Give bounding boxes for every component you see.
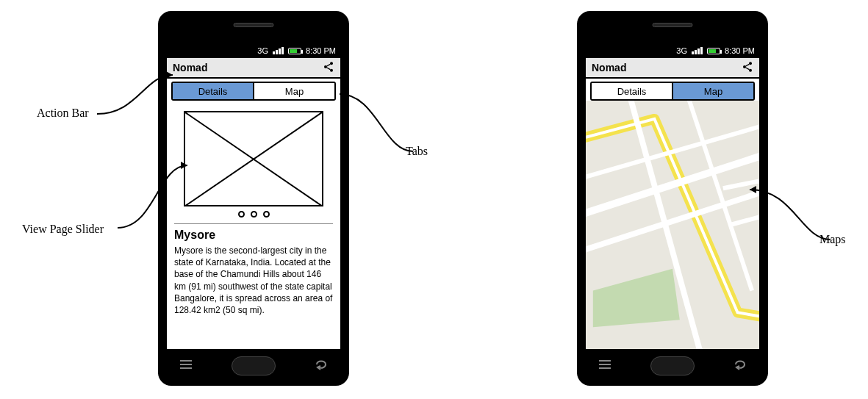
detail-title: Mysore [174,229,333,242]
tab-map[interactable]: Map [672,83,753,99]
map-view[interactable] [586,101,759,349]
phone-screen: 3G 8:30 PM Nomad Details Map [586,43,759,349]
share-icon[interactable] [742,61,753,75]
menu-icon[interactable] [598,359,612,373]
tab-details[interactable]: Details [173,83,253,99]
back-icon[interactable] [314,358,329,374]
phone-mockup-map: 3G 8:30 PM Nomad Details Map [577,11,768,386]
detail-body: Mysore is the second-largest city in the… [174,245,333,316]
menu-icon[interactable] [179,359,193,373]
svg-point-2 [330,68,333,71]
divider [174,223,333,224]
svg-line-14 [746,68,750,70]
page-dot[interactable] [263,211,270,218]
battery-icon [288,48,301,54]
signal-icon [692,47,703,54]
svg-point-1 [324,65,327,68]
home-button[interactable] [650,356,695,375]
annotation-maps: Maps [819,233,846,246]
home-button[interactable] [232,356,276,375]
svg-point-12 [749,68,752,71]
image-placeholder[interactable] [184,111,323,206]
phone-nav-bar [159,353,348,378]
svg-point-0 [330,62,333,65]
phone-speaker [234,23,274,27]
annotation-action-bar: Action Bar [37,107,89,120]
clock: 8:30 PM [725,46,755,55]
page-dot[interactable] [251,211,257,218]
network-indicator: 3G [676,46,687,55]
page-indicator[interactable] [174,211,333,218]
phone-mockup-details: 3G 8:30 PM Nomad Details Map [158,11,349,386]
status-bar: 3G 8:30 PM [167,43,340,58]
phone-screen: 3G 8:30 PM Nomad Details Map [167,43,340,349]
tab-details[interactable]: Details [592,83,672,99]
share-icon[interactable] [323,61,334,75]
svg-point-10 [749,62,752,65]
svg-point-11 [743,65,746,68]
clock: 8:30 PM [306,46,336,55]
action-bar: Nomad [586,58,759,79]
phone-nav-bar [578,353,767,378]
tabs: Details Map [590,82,755,101]
tab-map[interactable]: Map [253,83,334,99]
battery-icon [707,48,720,54]
svg-line-13 [746,64,750,66]
action-bar: Nomad [167,58,340,79]
annotation-tabs: Tabs [406,145,428,158]
tabs: Details Map [171,82,336,101]
annotation-view-page-slider: View Page Slider [22,223,104,236]
network-indicator: 3G [257,46,268,55]
back-icon[interactable] [733,358,747,374]
phone-speaker [653,23,693,27]
app-title: Nomad [592,62,626,73]
status-bar: 3G 8:30 PM [586,43,759,58]
svg-line-4 [327,68,331,70]
signal-icon [273,47,284,54]
details-content: Mysore Mysore is the second-largest city… [167,104,340,320]
app-title: Nomad [173,62,207,73]
page-dot[interactable] [238,211,245,218]
svg-line-3 [327,64,331,66]
